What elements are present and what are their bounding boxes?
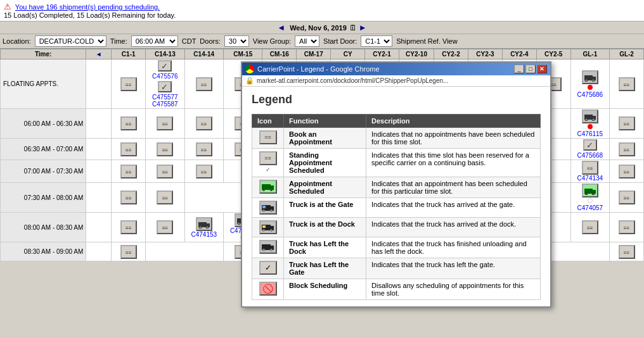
r0600-gl-2[interactable]: ≡≡: [610, 109, 644, 139]
floating-c14-13[interactable]: C475576 C475577 C475587: [146, 59, 184, 109]
r0800-gl-2[interactable]: ≡≡: [610, 213, 644, 242]
r0600-c14-14[interactable]: ≡≡: [184, 109, 223, 139]
legend-row-left-gate: ✓ Truck has Left the Gate Indicates that…: [252, 258, 541, 279]
prev-date-arrow[interactable]: ◄: [277, 23, 285, 32]
r0630-gl-2[interactable]: ≡≡: [610, 139, 644, 160]
legend-col-icon: Icon: [252, 115, 284, 128]
check-icon-r0630[interactable]: [583, 139, 597, 151]
check-appt-icon[interactable]: [158, 60, 172, 72]
main-content: Time: ◄ C1-1 C14-13 C14-14 CM-15 CM-16 C…: [0, 49, 644, 330]
popup-window: CarrierPoint - Legend - Google Chrome _ …: [241, 61, 551, 308]
carrier-link-c474057[interactable]: C474057: [572, 204, 608, 211]
svg-point-18: [238, 222, 240, 225]
r0630-c14-13[interactable]: ≡≡: [146, 139, 184, 160]
floating-gl-2[interactable]: ≡≡: [610, 59, 644, 109]
empty-dot-r0730: [588, 198, 593, 203]
legend-desc-truck-gate: Indicates that the truck has arrived at …: [366, 198, 541, 218]
legend-icon-book: ≡≡: [252, 128, 284, 149]
r0800-c1-1[interactable]: ≡≡: [112, 213, 146, 242]
controls-bar: Location: DECATUR-COLD Time: 06:00 AM CD…: [0, 34, 644, 49]
floating-gl-1[interactable]: C475686: [570, 59, 609, 109]
svg-point-11: [592, 192, 595, 195]
floating-label: FLOATING APPTS.: [1, 59, 86, 109]
r0700-gl-2[interactable]: ≡≡: [610, 160, 644, 183]
svg-point-23: [270, 189, 273, 191]
r0700-c14-13[interactable]: ≡≡: [146, 160, 184, 183]
svg-point-31: [262, 229, 265, 232]
carrier-link-c475686[interactable]: C475686: [572, 91, 608, 98]
calendar-icon[interactable]: 🗓: [349, 23, 357, 32]
r0800-c14-14[interactable]: C474153: [184, 213, 223, 242]
legend-icon-block: 🚫: [252, 279, 284, 300]
svg-rect-28: [262, 206, 266, 208]
carrier-link-c475668[interactable]: C475668: [572, 152, 608, 159]
floating-nav: [86, 59, 112, 109]
carrier-link-c474134[interactable]: C474134: [572, 175, 608, 182]
popup-url: market-atl.carrierpoint.com/dockdoor/htm…: [257, 77, 448, 84]
maximize-button[interactable]: □: [525, 65, 536, 73]
popup-titlebar-left: CarrierPoint - Legend - Google Chrome: [245, 65, 380, 73]
carrier-link-c475577[interactable]: C475577: [147, 94, 183, 101]
alert-link[interactable]: You have 196 shipment(s) pending schedul…: [15, 3, 160, 11]
r0630-c1-1[interactable]: ≡≡: [112, 139, 146, 160]
tz-label: CDT: [182, 37, 196, 45]
r0830-c1-1[interactable]: ≡≡: [112, 242, 146, 261]
legend-row-truck-dock: Truck is at the Dock Indicates that the …: [252, 218, 541, 237]
r0600-c1-1[interactable]: ≡≡: [112, 109, 146, 139]
legend-desc-standing: Indicates that this time slot has been r…: [366, 149, 541, 177]
legend-desc-appt: Indicates that an appointment has been s…: [366, 177, 541, 198]
alert-bar: ⚠ You have 196 shipment(s) pending sched…: [0, 0, 644, 22]
r0700-c14-14[interactable]: ≡≡: [184, 160, 223, 183]
row-0800-nav: [86, 213, 112, 242]
check-appt-icon2[interactable]: [158, 81, 172, 92]
col-nav-prev[interactable]: ◄: [86, 49, 112, 59]
truck-gate-icon-r2[interactable]: [582, 110, 598, 123]
r0730-c1-1[interactable]: ≡≡: [112, 183, 146, 213]
col-cy2-4: CY2-4: [502, 49, 536, 59]
r0730-gl-2[interactable]: ≡≡: [610, 183, 644, 213]
r0630-c14-14[interactable]: ≡≡: [184, 139, 223, 160]
col-cy2-2: CY2-2: [434, 49, 468, 59]
r0700-c1-1[interactable]: ≡≡: [112, 160, 146, 183]
time-select[interactable]: 06:00 AM: [131, 35, 178, 47]
legend-row-truck-gate: Truck is at the Gate Indicates that the …: [252, 198, 541, 218]
r0600-c14-13[interactable]: ≡≡: [146, 109, 184, 139]
doors-select[interactable]: 30: [224, 35, 249, 47]
r0830-gl-2[interactable]: ≡≡: [610, 242, 644, 261]
carrier-link-c475587[interactable]: C475587: [147, 101, 183, 108]
carrier-link-c476115[interactable]: C476115: [572, 130, 608, 137]
close-button[interactable]: ✕: [537, 65, 547, 73]
truck-gate-icon[interactable]: [582, 70, 598, 84]
svg-point-2: [585, 79, 588, 82]
view-group-select[interactable]: All: [295, 35, 319, 47]
appt-scheduled-icon[interactable]: [582, 184, 598, 197]
col-cy2-5: CY2-5: [536, 49, 570, 59]
popup-titlebar-btns: _ □ ✕: [514, 65, 547, 73]
row-0630-nav: [86, 139, 112, 160]
col-cy2-10: CY2-10: [399, 49, 434, 59]
r0630-gl-1[interactable]: C475668: [570, 139, 609, 160]
r0600-gl-1[interactable]: C476115: [570, 109, 609, 139]
book-btn-float-gl-2[interactable]: ≡≡: [619, 77, 635, 91]
row-0600-nav: [86, 109, 112, 139]
book-btn-float-c14-14[interactable]: ≡≡: [196, 77, 212, 91]
floating-c14-14[interactable]: ≡≡: [184, 59, 223, 109]
start-door-select[interactable]: C1-1: [361, 35, 392, 47]
r0800-c14-13[interactable]: ≡≡: [146, 213, 184, 242]
r0700-gl-1[interactable]: ≡≡ C474134: [570, 160, 609, 183]
svg-point-6: [585, 118, 588, 121]
r0800-gl-1[interactable]: ≡≡: [570, 213, 609, 242]
minimize-button[interactable]: _: [514, 65, 524, 73]
truck-gate-icon-r0800[interactable]: [196, 217, 212, 231]
book-appt-btn[interactable]: ≡≡: [120, 77, 137, 91]
floating-c1-1[interactable]: ≡≡: [112, 59, 146, 109]
doors-label: Doors:: [200, 37, 220, 45]
location-select[interactable]: DECATUR-COLD: [35, 35, 106, 47]
legend-desc-truck-dock: Indicates that the truck has arrived at …: [366, 218, 541, 237]
carrier-link-c475576[interactable]: C475576: [147, 73, 183, 80]
svg-point-7: [592, 118, 595, 121]
r0730-gl-1[interactable]: C474057: [570, 183, 609, 213]
carrier-link-c474153[interactable]: C474153: [186, 231, 222, 238]
r0730-c14-13[interactable]: ≡≡: [146, 183, 184, 213]
next-date-arrow[interactable]: ►: [359, 23, 367, 32]
